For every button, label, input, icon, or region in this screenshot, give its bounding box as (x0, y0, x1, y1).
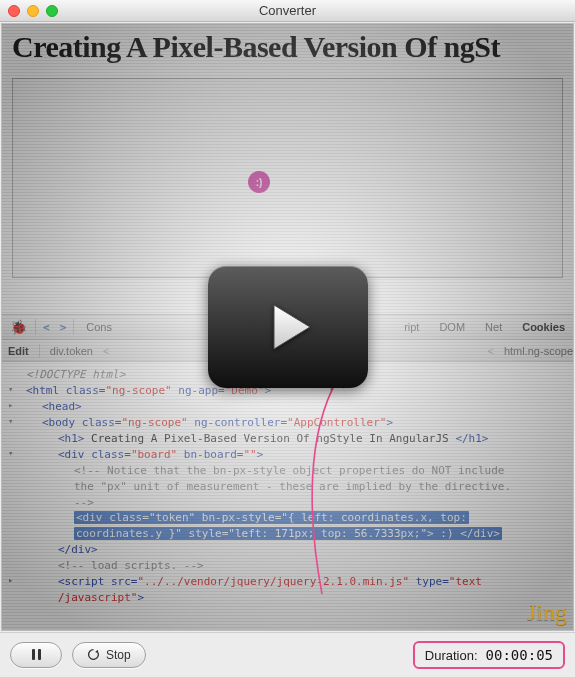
code-line: --> (26, 495, 565, 511)
nav-back-icon[interactable]: < (40, 321, 53, 334)
code-line: ▾<div class="board" bn-board=""> (26, 447, 565, 463)
token-dot: :) (248, 171, 270, 193)
code-line: <!-- Notice that the bn-px-style object … (26, 463, 565, 479)
pause-button[interactable] (10, 642, 62, 668)
chevron-left-icon: < (487, 345, 493, 357)
code-line: <h1> Creating A Pixel-Based Version Of n… (26, 431, 565, 447)
window-controls (8, 5, 58, 17)
pause-icon (32, 649, 41, 660)
stop-button-label: Stop (106, 648, 131, 662)
play-icon (256, 295, 320, 359)
disclosure-triangle-icon[interactable]: ▾ (8, 447, 13, 460)
stop-button[interactable]: Stop (72, 642, 146, 668)
breadcrumb-node[interactable]: html.ng-scope (504, 345, 573, 357)
close-window-button[interactable] (8, 5, 20, 17)
code-line: /javascript"> (26, 590, 565, 606)
svg-marker-1 (95, 650, 98, 654)
code-line: ▾<body class="ng-scope" ng-controller="A… (26, 415, 565, 431)
disclosure-triangle-icon[interactable]: ▾ (8, 415, 13, 428)
controls-bar: Stop Duration: 00:00:05 (0, 632, 575, 676)
edit-button[interactable]: Edit (8, 345, 29, 357)
window-title: Converter (0, 3, 575, 18)
devtools-html-source[interactable]: <!DOCTYPE html> ▾<html class="ng-scope" … (2, 362, 573, 630)
tab-script[interactable]: ript (396, 317, 427, 337)
play-button[interactable] (208, 266, 368, 388)
chevron-left-icon: < (103, 345, 109, 357)
tab-dom[interactable]: DOM (431, 317, 473, 337)
duration-readout: Duration: 00:00:05 (413, 641, 565, 669)
breadcrumb-node[interactable]: div.token (50, 345, 93, 357)
minimize-window-button[interactable] (27, 5, 39, 17)
demo-board: :) (12, 78, 563, 278)
code-line-highlighted: coordinates.y }" style="left: 171px; top… (26, 526, 565, 542)
disclosure-triangle-icon[interactable]: ▸ (8, 574, 13, 587)
disclosure-triangle-icon[interactable]: ▾ (8, 383, 13, 396)
code-line: ▸<head> (26, 399, 565, 415)
code-line: ▸<script src="../../vendor/jquery/jquery… (26, 574, 565, 590)
code-line: the "px" unit of measurement - these are… (26, 479, 565, 495)
duration-label: Duration: (425, 648, 478, 663)
refresh-icon (87, 648, 100, 661)
disclosure-triangle-icon[interactable]: ▸ (8, 399, 13, 412)
duration-value: 00:00:05 (486, 647, 553, 663)
zoom-window-button[interactable] (46, 5, 58, 17)
titlebar: Converter (0, 0, 575, 22)
svg-marker-0 (274, 305, 310, 349)
jing-watermark: Jing (527, 599, 567, 626)
code-line: </div> (26, 542, 565, 558)
tab-net[interactable]: Net (477, 317, 510, 337)
video-preview-area: Creating A Pixel-Based Version Of ngSt :… (1, 23, 574, 631)
page-title: Creating A Pixel-Based Version Of ngSt (12, 30, 563, 64)
nav-forward-icon[interactable]: > (57, 321, 70, 334)
tab-cookies[interactable]: Cookies (514, 317, 573, 337)
tab-console[interactable]: Cons (78, 317, 120, 337)
firebug-icon[interactable]: 🐞 (6, 319, 31, 335)
code-line: <!-- load scripts. --> (26, 558, 565, 574)
code-line-highlighted: <div class="token" bn-px-style="{ left: … (26, 510, 565, 526)
